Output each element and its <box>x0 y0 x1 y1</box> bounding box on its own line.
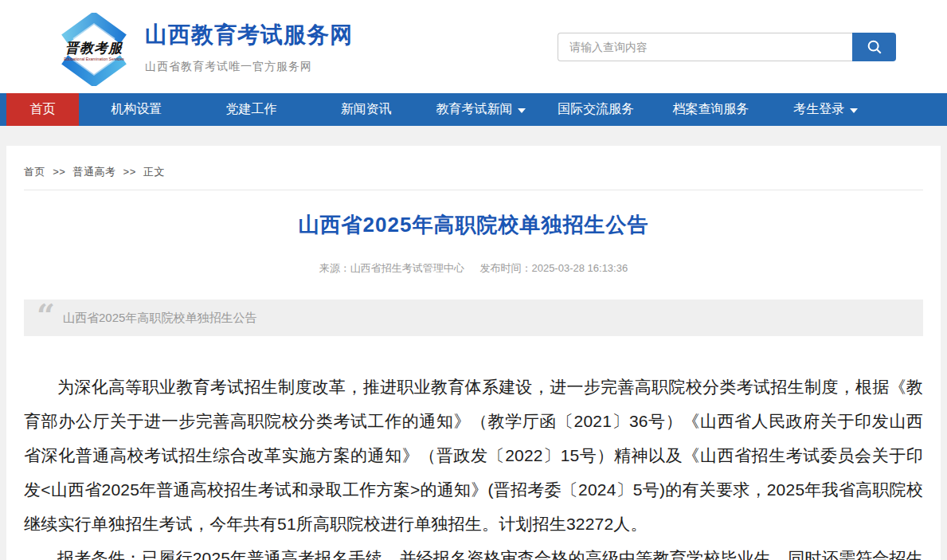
nav-item-candidate-login[interactable]: 考生登录 <box>769 93 883 126</box>
article-meta: 来源：山西省招生考试管理中心 发布时间：2025-03-28 16:13:36 <box>24 261 923 276</box>
nav-item-label: 机构设置 <box>111 101 162 118</box>
article-source: 来源：山西省招生考试管理中心 <box>319 262 464 274</box>
search-bar <box>558 33 896 61</box>
search-input[interactable] <box>558 33 852 61</box>
site-logo: 晋教考服 Educational Examination Services <box>57 13 131 86</box>
breadcrumb-divider <box>24 190 923 190</box>
search-icon <box>866 38 883 56</box>
content-card: 首页 >> 普通高考 >> 正文 山西省2025年高职院校单独招生公告 来源：山… <box>6 146 941 560</box>
site-title: 山西教育考试服务网 <box>145 20 558 50</box>
site-subtitle: 山西省教育考试唯一官方服务网 <box>145 60 558 74</box>
quote-text: 山西省2025年高职院校单独招生公告 <box>63 311 256 326</box>
nav-item-archive-query[interactable]: 档案查询服务 <box>653 93 768 126</box>
breadcrumb-separator: >> <box>123 166 136 178</box>
breadcrumb-current: 正文 <box>143 166 165 178</box>
logo-calligraphy-text: 晋教考服 <box>57 39 131 57</box>
nav-item-label: 教育考试新闻 <box>436 101 512 118</box>
nav-item-label: 国际交流服务 <box>558 101 634 118</box>
breadcrumb: 首页 >> 普通高考 >> 正文 <box>24 165 923 179</box>
article-publish-time: 发布时间：2025-03-28 16:13:36 <box>479 262 628 274</box>
article-title: 山西省2025年高职院校单独招生公告 <box>24 211 923 239</box>
article-paragraph: 为深化高等职业教育考试招生制度改革，推进职业教育体系建设，进一步完善高职院校分类… <box>24 370 923 541</box>
main-nav: 首页 机构设置 党建工作 新闻资讯 教育考试新闻 国际交流服务 档案查询服务 考… <box>0 93 947 126</box>
search-button[interactable] <box>852 33 896 61</box>
breadcrumb-home[interactable]: 首页 <box>24 166 45 178</box>
article-paragraph: 报考条件：已履行2025年普通高考报名手续，并经报名资格审查合格的高级中等教育学… <box>24 541 923 560</box>
nav-item-label: 档案查询服务 <box>673 101 749 118</box>
nav-item-party-building[interactable]: 党建工作 <box>194 93 308 126</box>
site-title-block: 山西教育考试服务网 山西省教育考试唯一官方服务网 <box>145 20 558 74</box>
nav-item-label: 考生登录 <box>793 101 844 118</box>
site-header: 晋教考服 Educational Examination Services 山西… <box>0 0 947 93</box>
quote-icon: “ <box>37 307 55 328</box>
nav-item-news[interactable]: 新闻资讯 <box>309 93 424 126</box>
breadcrumb-section[interactable]: 普通高考 <box>72 166 115 178</box>
nav-item-home[interactable]: 首页 <box>6 93 79 126</box>
article-quote-box: “ 山西省2025年高职院校单独招生公告 <box>24 300 923 336</box>
nav-item-label: 首页 <box>30 101 56 118</box>
nav-item-label: 新闻资讯 <box>341 101 392 118</box>
breadcrumb-separator: >> <box>53 166 65 178</box>
logo-english-text: Educational Examination Services <box>57 57 131 61</box>
nav-item-organization[interactable]: 机构设置 <box>79 93 194 126</box>
article-body: 为深化高等职业教育考试招生制度改革，推进职业教育体系建设，进一步完善高职院校分类… <box>24 370 923 560</box>
chevron-down-icon <box>518 108 526 113</box>
nav-item-international-exchange[interactable]: 国际交流服务 <box>538 93 653 126</box>
nav-item-exam-news[interactable]: 教育考试新闻 <box>424 93 538 126</box>
chevron-down-icon <box>850 108 858 113</box>
nav-item-label: 党建工作 <box>225 101 276 118</box>
